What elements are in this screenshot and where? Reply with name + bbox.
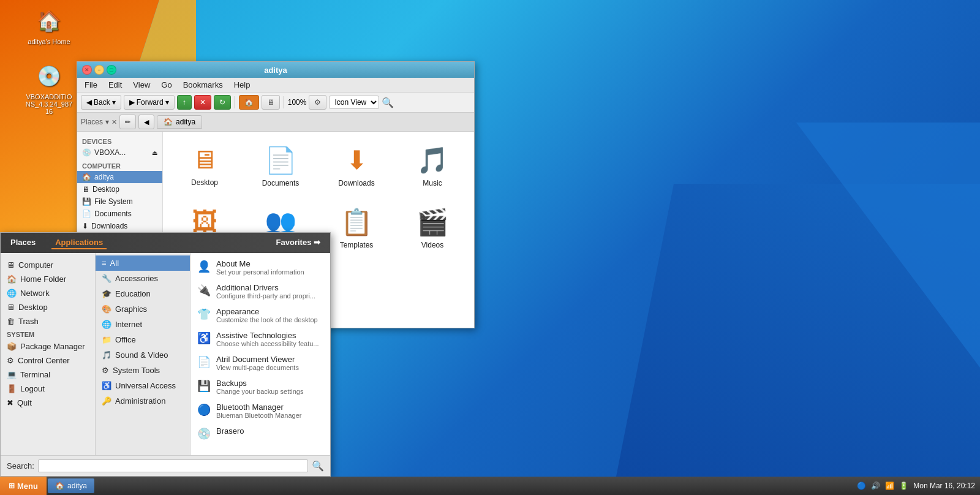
- system-item-control-center[interactable]: ⚙Control Center: [1, 353, 95, 368]
- fm-sidebar-item-vbox[interactable]: 💿 VBOXA... ⏏: [77, 146, 162, 159]
- cat-item-internet[interactable]: 🌐Internet: [96, 317, 190, 332]
- places-item-home-folder[interactable]: 🏠Home Folder: [1, 272, 95, 286]
- fm-folder-videos[interactable]: 🎬 Videos: [401, 203, 464, 253]
- cat-item-sound-video[interactable]: 🎵Sound & Video: [96, 347, 190, 363]
- header-places[interactable]: Places: [7, 236, 39, 249]
- fm-menu-bookmarks[interactable]: Bookmarks: [178, 79, 228, 91]
- header-applications[interactable]: Applications: [51, 236, 107, 249]
- places-item-computer[interactable]: 🖥Computer: [1, 258, 95, 272]
- app-item-atril-document-viewer[interactable]: 📄 Atril Document Viewer View multi-page …: [190, 351, 330, 375]
- fm-folder-templates[interactable]: 📋 Templates: [325, 203, 388, 253]
- app-menu-header: Places Applications Favorites ➡: [1, 233, 330, 253]
- fm-sidebar-item-desktop[interactable]: 🖥 Desktop: [77, 183, 162, 195]
- app-item-backups[interactable]: 💾 Backups Change your backup settings: [190, 375, 330, 399]
- taskbar-aditya-btn[interactable]: 🏠 aditya: [48, 478, 94, 493]
- system-item-quit[interactable]: ✖Quit: [1, 396, 95, 410]
- fm-edit-location-btn[interactable]: ✏: [119, 115, 136, 129]
- places-items: 🖥Computer🏠Home Folder🌐Network🖥Desktop🗑Tr…: [1, 258, 95, 328]
- fm-folder-downloads[interactable]: ⬇ Downloads: [325, 142, 388, 191]
- desktop-icon-vbox[interactable]: 💿 VBOXADDITIONS_4.3.24_98716: [24, 61, 74, 115]
- fm-folder-desktop[interactable]: 🖥 Desktop: [173, 142, 236, 191]
- search-label: Search:: [7, 461, 34, 470]
- fm-sidebar-item-documents[interactable]: 📄 Documents: [77, 208, 162, 220]
- downloads-sidebar-icon: ⬇: [82, 222, 88, 230]
- fm-menu-go[interactable]: Go: [156, 79, 176, 91]
- back-dropdown-icon: ▾: [112, 98, 116, 107]
- header-favorites[interactable]: Favorites ➡: [273, 236, 324, 249]
- fm-nav-back-btn[interactable]: ◀: [138, 115, 154, 129]
- fm-minimize-btn[interactable]: −: [94, 65, 104, 75]
- fm-section-devices: Devices: [77, 134, 162, 146]
- fm-home-btn[interactable]: 🏠: [239, 95, 259, 110]
- home-folder-icon: 🏠: [34, 6, 64, 36]
- documents-sidebar-icon: 📄: [82, 210, 91, 218]
- filesystem-sidebar-icon: 💾: [82, 197, 91, 206]
- fm-location-bar: Places ▾ ✕ ✏ ◀ 🏠 aditya: [77, 113, 474, 132]
- desktop-icon-home[interactable]: 🏠 aditya's Home: [24, 6, 74, 45]
- fm-sidebar-item-downloads[interactable]: ⬇ Downloads: [77, 220, 162, 232]
- fm-tab-aditya[interactable]: 🏠 aditya: [157, 115, 202, 129]
- fm-section-computer: Computer: [77, 159, 162, 171]
- app-search-btn[interactable]: 🔍: [312, 460, 324, 472]
- categories-panel: ≡All🔧Accessories🎓Education🎨Graphics🌐Inte…: [96, 253, 190, 455]
- fm-menu-view[interactable]: View: [128, 79, 155, 91]
- folder-icon-templates: 📋: [341, 207, 372, 237]
- fm-sidebar-item-filesystem[interactable]: 💾 File System: [77, 195, 162, 208]
- system-section-header: System: [1, 328, 95, 339]
- fm-maximize-btn[interactable]: □: [107, 65, 116, 75]
- app-item-assistive-technologies[interactable]: ♿ Assistive Technologies Choose which ac…: [190, 327, 330, 351]
- fm-menu-edit[interactable]: Edit: [104, 79, 127, 91]
- fm-back-btn[interactable]: ◀ Back ▾: [81, 95, 121, 110]
- zoom-value: 100%: [288, 98, 307, 107]
- taskbar-clock: Mon Mar 16, 20:12: [913, 482, 975, 490]
- system-items: 📦Package Manager⚙Control Center💻Terminal…: [1, 339, 95, 410]
- fm-folder-documents[interactable]: 📄 Documents: [249, 142, 312, 191]
- app-item-appearance[interactable]: 👕 Appearance Customize the look of the d…: [190, 303, 330, 327]
- places-item-desktop[interactable]: 🖥Desktop: [1, 300, 95, 314]
- fm-view-select[interactable]: Icon View: [329, 96, 379, 109]
- system-item-terminal[interactable]: 💻Terminal: [1, 368, 95, 382]
- folder-icon-downloads: ⬇: [346, 145, 368, 175]
- fm-menu-help[interactable]: Help: [229, 79, 255, 91]
- fm-toolbar-sep2: [284, 96, 284, 108]
- cat-item-administration[interactable]: 🔑Administration: [96, 393, 190, 409]
- fm-stop-btn[interactable]: ✕: [194, 95, 211, 110]
- fm-computer-btn[interactable]: 🖥: [262, 95, 280, 110]
- fm-folder-music[interactable]: 🎵 Music: [401, 142, 464, 191]
- places-close-btn[interactable]: ✕: [111, 118, 117, 126]
- places-item-network[interactable]: 🌐Network: [1, 286, 95, 300]
- fm-search-btn[interactable]: 🔍: [382, 97, 394, 108]
- fm-reload-btn[interactable]: ↻: [214, 95, 231, 110]
- cat-item-universal-access[interactable]: ♿Universal Access: [96, 378, 190, 393]
- fm-zoom-settings-btn[interactable]: ⚙: [309, 95, 326, 110]
- fm-sidebar-item-aditya[interactable]: 🏠 aditya: [77, 171, 162, 183]
- app-menu: Places Applications Favorites ➡ 🖥Compute…: [0, 232, 331, 477]
- cat-item-education[interactable]: 🎓Education: [96, 286, 190, 301]
- cat-item-all[interactable]: ≡All: [96, 255, 190, 271]
- app-item-additional-drivers[interactable]: 🔌 Additional Drivers Configure third-par…: [190, 279, 330, 303]
- app-item-brasero[interactable]: 💿 Brasero: [190, 423, 330, 445]
- places-item-trash[interactable]: 🗑Trash: [1, 314, 95, 328]
- app-list-items: 👤 About Me Set your personal information…: [190, 255, 330, 445]
- folder-label-music: Music: [423, 179, 442, 187]
- cat-item-system-tools[interactable]: ⚙System Tools: [96, 363, 190, 378]
- fm-forward-btn[interactable]: ▶ Forward ▾: [124, 95, 175, 110]
- app-menu-body: 🖥Computer🏠Home Folder🌐Network🖥Desktop🗑Tr…: [1, 253, 330, 455]
- fm-close-btn[interactable]: ✕: [82, 65, 92, 75]
- app-item-bluetooth-manager[interactable]: 🔵 Bluetooth Manager Blueman Bluetooth Ma…: [190, 399, 330, 423]
- places-dropdown-icon: ▾: [105, 118, 109, 126]
- app-item-about-me[interactable]: 👤 About Me Set your personal information: [190, 255, 330, 279]
- taskbar: ⊞ Menu 🏠 aditya 🔵 🔊 📶 🔋 Mon Mar 16, 20:1…: [0, 477, 980, 495]
- forward-dropdown-icon: ▾: [165, 98, 169, 107]
- volume-icon: 🔊: [871, 482, 880, 490]
- cat-item-office[interactable]: 📁Office: [96, 332, 190, 347]
- app-search-input[interactable]: [38, 459, 308, 472]
- fm-up-btn[interactable]: ↑: [177, 95, 192, 110]
- fm-menu-file[interactable]: File: [80, 79, 102, 91]
- system-item-package-manager[interactable]: 📦Package Manager: [1, 339, 95, 353]
- fm-menubar: File Edit View Go Bookmarks Help: [77, 78, 474, 93]
- cat-item-accessories[interactable]: 🔧Accessories: [96, 271, 190, 286]
- system-item-logout[interactable]: 🚪Logout: [1, 382, 95, 396]
- cat-item-graphics[interactable]: 🎨Graphics: [96, 301, 190, 317]
- taskbar-menu-btn[interactable]: ⊞ Menu: [0, 477, 47, 495]
